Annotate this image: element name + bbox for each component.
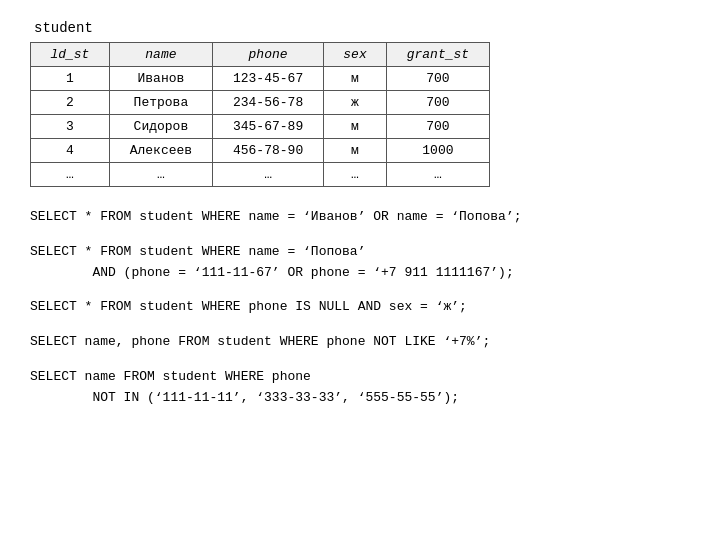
table-row: 3Сидоров345-67-89м700 — [31, 115, 490, 139]
table-row: 2Петрова234-56-78ж700 — [31, 91, 490, 115]
cell-r0-c0: 1 — [31, 67, 110, 91]
column-header-ld_st: ld_st — [31, 43, 110, 67]
sql-text-q5: SELECT name FROM student WHERE phone NOT… — [30, 367, 690, 409]
sql-section-q5: SELECT name FROM student WHERE phone NOT… — [30, 367, 690, 409]
cell-r0-c3: м — [324, 67, 387, 91]
cell-r1-c2: 234-56-78 — [212, 91, 323, 115]
cell-r4-c1: … — [109, 163, 212, 187]
cell-r2-c4: 700 — [386, 115, 489, 139]
table-header-row: ld_stnamephonesexgrant_st — [31, 43, 490, 67]
sql-section-q1: SELECT * FROM student WHERE name = ‘Иван… — [30, 207, 690, 228]
sql-text-q4: SELECT name, phone FROM student WHERE ph… — [30, 332, 690, 353]
cell-r2-c2: 345-67-89 — [212, 115, 323, 139]
cell-r0-c4: 700 — [386, 67, 489, 91]
cell-r2-c1: Сидоров — [109, 115, 212, 139]
cell-r0-c2: 123-45-67 — [212, 67, 323, 91]
cell-r3-c1: Алексеев — [109, 139, 212, 163]
cell-r4-c3: … — [324, 163, 387, 187]
cell-r3-c2: 456-78-90 — [212, 139, 323, 163]
cell-r4-c4: … — [386, 163, 489, 187]
cell-r1-c0: 2 — [31, 91, 110, 115]
cell-r4-c0: … — [31, 163, 110, 187]
cell-r1-c1: Петрова — [109, 91, 212, 115]
column-header-phone: phone — [212, 43, 323, 67]
student-table: ld_stnamephonesexgrant_st 1Иванов123-45-… — [30, 42, 490, 187]
sql-text-q2: SELECT * FROM student WHERE name = ‘Попо… — [30, 242, 690, 284]
cell-r3-c3: м — [324, 139, 387, 163]
cell-r1-c4: 700 — [386, 91, 489, 115]
table-row: 1Иванов123-45-67м700 — [31, 67, 490, 91]
table-row: 4Алексеев456-78-90м1000 — [31, 139, 490, 163]
column-header-sex: sex — [324, 43, 387, 67]
sql-text-q3: SELECT * FROM student WHERE phone IS NUL… — [30, 297, 690, 318]
cell-r4-c2: … — [212, 163, 323, 187]
cell-r3-c4: 1000 — [386, 139, 489, 163]
cell-r2-c0: 3 — [31, 115, 110, 139]
sql-queries: SELECT * FROM student WHERE name = ‘Иван… — [30, 207, 690, 409]
sql-section-q3: SELECT * FROM student WHERE phone IS NUL… — [30, 297, 690, 318]
table-row: …………… — [31, 163, 490, 187]
cell-r0-c1: Иванов — [109, 67, 212, 91]
cell-r1-c3: ж — [324, 91, 387, 115]
table-label: student — [34, 20, 690, 36]
column-header-name: name — [109, 43, 212, 67]
sql-text-q1: SELECT * FROM student WHERE name = ‘Иван… — [30, 207, 690, 228]
sql-section-q4: SELECT name, phone FROM student WHERE ph… — [30, 332, 690, 353]
cell-r2-c3: м — [324, 115, 387, 139]
sql-section-q2: SELECT * FROM student WHERE name = ‘Попо… — [30, 242, 690, 284]
cell-r3-c0: 4 — [31, 139, 110, 163]
column-header-grant_st: grant_st — [386, 43, 489, 67]
